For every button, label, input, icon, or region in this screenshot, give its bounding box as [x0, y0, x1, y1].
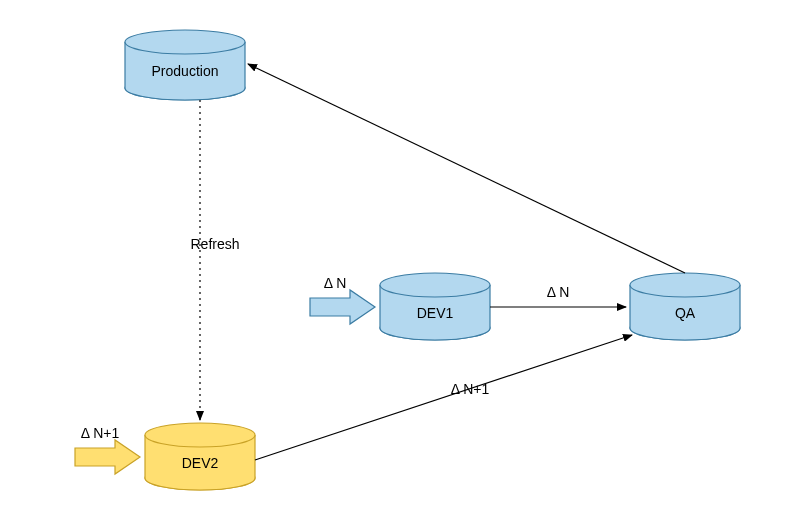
edge-refresh-label: Refresh: [190, 236, 239, 252]
node-dev2: DEV2: [145, 423, 255, 490]
input-arrow-dev1-label: Δ N: [324, 275, 347, 291]
node-dev2-label: DEV2: [182, 455, 219, 471]
node-production-label: Production: [152, 63, 219, 79]
svg-point-3: [380, 273, 490, 297]
input-arrow-dev2-label: Δ N+1: [81, 425, 120, 441]
svg-line-11: [248, 64, 685, 273]
diagram-canvas: Production DEV1 QA DEV2 Δ N Δ N+1 Refres…: [0, 0, 792, 528]
input-arrow-dev2: Δ N+1: [75, 425, 140, 474]
svg-point-7: [145, 423, 255, 447]
node-dev1-label: DEV1: [417, 305, 454, 321]
edge-dev1-to-qa-label: Δ N: [547, 284, 570, 300]
node-dev1: DEV1: [380, 273, 490, 340]
svg-point-1: [125, 30, 245, 54]
edge-qa-to-prod: [248, 64, 685, 273]
node-qa-label: QA: [675, 305, 696, 321]
svg-point-5: [630, 273, 740, 297]
edge-dev2-to-qa: Δ N+1: [255, 335, 632, 460]
svg-line-10: [255, 335, 632, 460]
node-production: Production: [125, 30, 245, 100]
input-arrow-dev1: Δ N: [310, 275, 375, 324]
edge-refresh: Refresh: [190, 100, 239, 420]
node-qa: QA: [630, 273, 740, 340]
edge-dev1-to-qa: Δ N: [490, 284, 626, 307]
edge-dev2-to-qa-label: Δ N+1: [451, 381, 490, 397]
